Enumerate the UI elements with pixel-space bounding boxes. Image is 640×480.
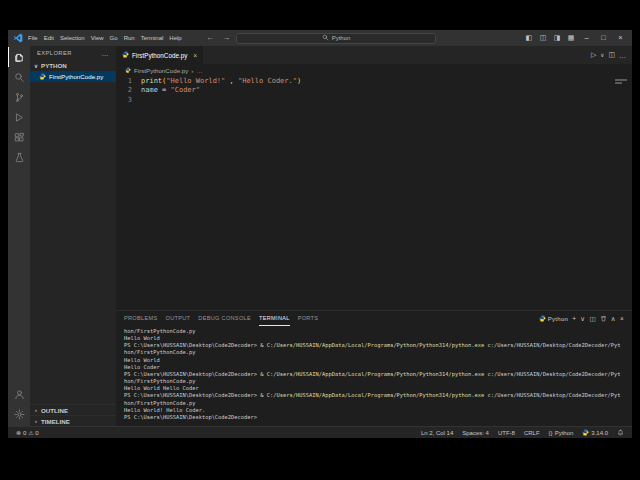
breadcrumb-file: FirstPythonCode.py <box>134 67 188 74</box>
tab-firstpythoncode[interactable]: FirstPythonCode.py × <box>116 46 204 64</box>
tab-close-icon[interactable]: × <box>193 52 197 59</box>
title-bar: FileEditSelectionViewGoRunTerminalHelp ←… <box>8 30 632 46</box>
python-logo-icon <box>582 429 589 437</box>
run-python-file-icon[interactable]: ▷ <box>591 51 596 59</box>
terminal-line: PS C:\Users\HUSSAIN\Desktop\Code2Decoder… <box>124 371 624 378</box>
terminal-profile[interactable]: Python <box>539 315 568 323</box>
panel-tab-output[interactable]: OUTPUT <box>166 311 191 326</box>
sidebar-empty-space <box>30 82 116 404</box>
search-input[interactable]: Python <box>236 33 436 44</box>
timeline-section[interactable]: › TIMELINE <box>30 415 116 426</box>
forward-arrow-icon[interactable]: → <box>220 34 232 42</box>
testing-icon[interactable] <box>8 147 30 167</box>
explorer-icon[interactable] <box>8 47 30 67</box>
vscode-window: FileEditSelectionViewGoRunTerminalHelp ←… <box>8 30 632 438</box>
menu-help[interactable]: Help <box>166 35 184 41</box>
python-terminal-icon <box>539 315 546 323</box>
search-icon[interactable] <box>8 67 30 87</box>
terminal-line: Hello World! Hello Coder. <box>124 407 624 414</box>
bottom-panel: PROBLEMSOUTPUTDEBUG CONSOLETERMINALPORTS… <box>116 310 632 426</box>
braces-icon: {} <box>549 430 553 436</box>
explorer-header: EXPLORER … <box>30 46 116 60</box>
account-icon[interactable] <box>8 384 30 404</box>
folder-python[interactable]: ∨ PYTHON <box>30 60 116 71</box>
split-terminal-icon[interactable]: ◫ <box>589 315 595 323</box>
language-mode[interactable]: {} Python <box>549 430 574 436</box>
terminal-line: hon/FirstPythonCode.py <box>124 378 624 385</box>
source-control-icon[interactable] <box>8 87 30 107</box>
menu-view[interactable]: View <box>88 35 107 41</box>
terminal-output[interactable]: hon/FirstPythonCode.pyHello WorldPS C:\U… <box>116 326 632 426</box>
problems-indicator[interactable]: ⊗ 0 ⚠ 0 <box>16 429 39 436</box>
terminal-line: Hello World Hello Coder <box>124 385 624 392</box>
code-editor[interactable]: 1print("Hello World!" , "Hello Coder.")2… <box>116 76 632 310</box>
cursor-position[interactable]: Ln 2, Col 14 <box>421 430 453 436</box>
panel-tab-terminal[interactable]: TERMINAL <box>259 311 290 326</box>
notifications-bell-icon[interactable] <box>617 429 624 436</box>
chevron-right-icon: › <box>33 407 39 413</box>
indentation-setting[interactable]: Spaces: 4 <box>462 430 489 436</box>
menu-selection[interactable]: Selection <box>57 35 88 41</box>
new-terminal-icon[interactable]: + <box>572 315 576 322</box>
breadcrumb[interactable]: FirstPythonCode.py › … <box>116 64 632 76</box>
menu-edit[interactable]: Edit <box>41 35 57 41</box>
file-item-firstpythoncode[interactable]: FirstPythonCode.py <box>30 71 116 82</box>
explorer-title: EXPLORER <box>37 50 72 56</box>
python-interpreter[interactable]: 3.14.0 <box>582 429 608 437</box>
activity-bar-items <box>8 47 30 167</box>
workbench: EXPLORER … ∨ PYTHON FirstPythonCode.py ›… <box>8 46 632 426</box>
panel-tab-ports[interactable]: PORTS <box>298 311 319 326</box>
terminal-line: Hello World <box>124 357 624 364</box>
line-number: 2 <box>116 86 132 95</box>
customize-layout-icon[interactable]: ▦ <box>564 30 578 46</box>
run-debug-icon[interactable] <box>8 107 30 127</box>
folder-label: PYTHON <box>41 62 67 69</box>
toggle-secondary-sidebar-icon[interactable]: ◨ <box>550 30 564 46</box>
kill-terminal-icon[interactable] <box>600 315 607 323</box>
outline-section[interactable]: › OUTLINE <box>30 404 116 415</box>
terminal-line: hon/FirstPythonCode.py <box>124 400 624 407</box>
back-arrow-icon[interactable]: ← <box>204 34 216 42</box>
terminal-line: PS C:\Users\HUSSAIN\Desktop\Code2Decoder… <box>124 392 624 399</box>
menu-file[interactable]: File <box>25 35 41 41</box>
toggle-sidebar-icon[interactable]: ◧ <box>522 30 536 46</box>
status-bar: ⊗ 0 ⚠ 0 Ln 2, Col 14 Spaces: 4 UTF-8 CRL… <box>8 426 632 438</box>
line-number: 3 <box>116 96 132 105</box>
close-panel-icon[interactable]: × <box>620 315 624 322</box>
minimize-button[interactable]: – <box>578 30 595 46</box>
maximize-panel-icon[interactable]: ∧ <box>611 315 616 323</box>
panel-tab-debug-console[interactable]: DEBUG CONSOLE <box>198 311 251 326</box>
terminal-line: PS C:\Users\HUSSAIN\Desktop\Code2Decoder… <box>124 414 624 421</box>
terminal-line: PS C:\Users\HUSSAIN\Desktop\Code2Decoder… <box>124 342 624 349</box>
terminal-profile-label: Python <box>548 316 568 322</box>
encoding-setting[interactable]: UTF-8 <box>498 430 515 436</box>
menu-go[interactable]: Go <box>107 35 121 41</box>
editor-area: FirstPythonCode.py × ▷ ∨ ◫ … FirstPython… <box>116 46 632 426</box>
breadcrumb-more: … <box>196 67 202 74</box>
status-left: ⊗ 0 ⚠ 0 <box>16 429 39 436</box>
minimap-line <box>615 82 622 84</box>
terminal-dropdown-icon[interactable]: ∨ <box>580 315 585 323</box>
editor-actions: ▷ ∨ ◫ … <box>585 46 632 64</box>
close-button[interactable]: × <box>612 30 629 46</box>
settings-gear-icon[interactable] <box>8 404 30 424</box>
more-actions-icon[interactable]: … <box>619 52 626 59</box>
timeline-label: TIMELINE <box>41 418 70 425</box>
titlebar-actions: ◧ ◫ ◨ ▦ – □ × <box>522 30 629 46</box>
explorer-more-icon[interactable]: … <box>102 50 109 57</box>
menu-terminal[interactable]: Terminal <box>138 35 167 41</box>
python-version: 3.14.0 <box>591 430 608 436</box>
panel-tab-problems[interactable]: PROBLEMS <box>124 311 158 326</box>
split-editor-icon[interactable]: ◫ <box>608 51 615 59</box>
extensions-icon[interactable] <box>8 127 30 147</box>
run-dropdown-icon[interactable]: ∨ <box>600 52 604 58</box>
maximize-button[interactable]: □ <box>595 30 612 46</box>
eol-setting[interactable]: CRLF <box>524 430 540 436</box>
error-count: 0 <box>23 430 26 436</box>
menu-run[interactable]: Run <box>121 35 138 41</box>
code-line: 3 <box>116 96 632 105</box>
minimap[interactable] <box>615 79 629 86</box>
vscode-logo-icon <box>11 33 25 43</box>
toggle-panel-icon[interactable]: ◫ <box>536 30 550 46</box>
panel-tabs: PROBLEMSOUTPUTDEBUG CONSOLETERMINALPORTS <box>124 311 318 326</box>
